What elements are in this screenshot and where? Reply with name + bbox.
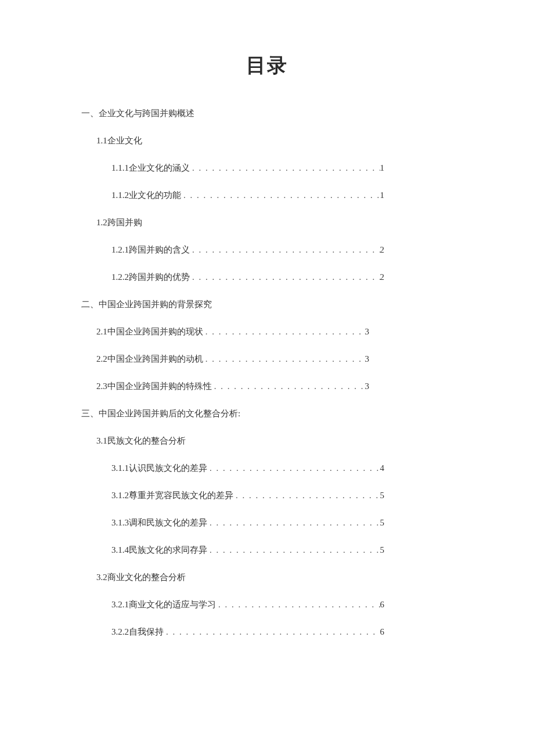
toc-leader-dots	[212, 381, 365, 391]
section-1-1-heading: 1.1企业文化	[96, 135, 453, 146]
toc-entry-2-2: 2.2中国企业跨国并购的动机 3	[96, 354, 369, 365]
toc-leader-dots	[190, 163, 380, 173]
toc-entry-2-1: 2.1中国企业跨国并购的现状 3	[96, 326, 369, 337]
toc-entry-1-2-2: 1.2.2跨国并购的优势 2	[111, 272, 384, 283]
toc-entry-3-1-4: 3.1.4民族文化的求同存异 5	[111, 545, 384, 556]
toc-leader-dots	[190, 245, 380, 255]
toc-entry-page: 2	[380, 245, 385, 255]
toc-entry-page: 2	[380, 272, 385, 282]
toc-entry-page: 6	[380, 600, 385, 610]
toc-entry-2-3: 2.3中国企业跨国并购的特殊性 3	[96, 381, 369, 392]
section-1-2-heading: 1.2跨国并购	[96, 217, 453, 228]
toc-entry-page: 6	[380, 627, 385, 637]
toc-entry-page: 1	[380, 190, 385, 200]
toc-entry-text: 1.2.1跨国并购的含义	[111, 244, 190, 255]
toc-leader-dots	[181, 190, 380, 200]
toc-leader-dots	[203, 327, 365, 337]
toc-entry-3-2-1: 3.2.1商业文化的适应与学习 6	[111, 599, 384, 610]
toc-entry-3-1-3: 3.1.3调和民族文化的差异 5	[111, 517, 384, 528]
document-title: 目录	[81, 52, 453, 79]
toc-entry-text: 3.1.3调和民族文化的差异	[111, 517, 207, 528]
toc-leader-dots	[216, 600, 380, 610]
toc-entry-text: 3.2.1商业文化的适应与学习	[111, 599, 216, 610]
toc-entry-1-1-1: 1.1.1企业文化的涵义 1	[111, 163, 384, 174]
section-3-2-heading: 3.2商业文化的整合分析	[96, 572, 453, 583]
toc-entry-text: 3.1.1认识民族文化的差异	[111, 463, 207, 474]
toc-entry-text: 2.2中国企业跨国并购的动机	[96, 354, 203, 365]
section-3-heading: 三、中国企业跨国并购后的文化整合分析:	[81, 408, 453, 419]
toc-entry-text: 1.1.2业文化的功能	[111, 190, 181, 201]
toc-entry-3-1-2: 3.1.2尊重并宽容民族文化的差异 5	[111, 490, 384, 501]
toc-entry-text: 3.1.2尊重并宽容民族文化的差异	[111, 490, 233, 501]
toc-entry-3-2-2: 3.2.2自我保持 6	[111, 627, 384, 638]
section-3-1-heading: 3.1民族文化的整合分析	[96, 435, 453, 447]
section-1-heading: 一、企业文化与跨国并购概述	[81, 108, 453, 119]
toc-entry-page: 5	[380, 518, 385, 528]
toc-leader-dots	[207, 463, 380, 473]
toc-entry-text: 3.2.2自我保持	[111, 627, 164, 638]
toc-entry-page: 3	[365, 327, 370, 337]
toc-entry-1-1-2: 1.1.2业文化的功能 1	[111, 190, 384, 201]
section-2-heading: 二、中国企业跨国并购的背景探究	[81, 299, 453, 310]
toc-leader-dots	[203, 354, 365, 364]
toc-entry-text: 3.1.4民族文化的求同存异	[111, 545, 207, 556]
toc-leader-dots	[233, 491, 380, 501]
toc-entry-3-1-1: 3.1.1认识民族文化的差异 4	[111, 463, 384, 474]
toc-entry-page: 4	[380, 463, 385, 473]
toc-entry-text: 2.3中国企业跨国并购的特殊性	[96, 381, 212, 392]
toc-entry-text: 1.1.1企业文化的涵义	[111, 163, 190, 174]
toc-leader-dots	[164, 627, 380, 637]
toc-entry-text: 1.2.2跨国并购的优势	[111, 272, 190, 283]
toc-entry-page: 1	[380, 163, 385, 173]
toc-entry-page: 3	[365, 354, 370, 364]
toc-entry-page: 5	[380, 491, 385, 501]
toc-leader-dots	[207, 545, 380, 555]
toc-entry-1-2-1: 1.2.1跨国并购的含义 2	[111, 244, 384, 255]
toc-entry-text: 2.1中国企业跨国并购的现状	[96, 326, 203, 337]
toc-leader-dots	[207, 518, 380, 528]
toc-entry-page: 3	[365, 381, 370, 391]
toc-entry-page: 5	[380, 545, 385, 555]
toc-leader-dots	[190, 272, 380, 282]
